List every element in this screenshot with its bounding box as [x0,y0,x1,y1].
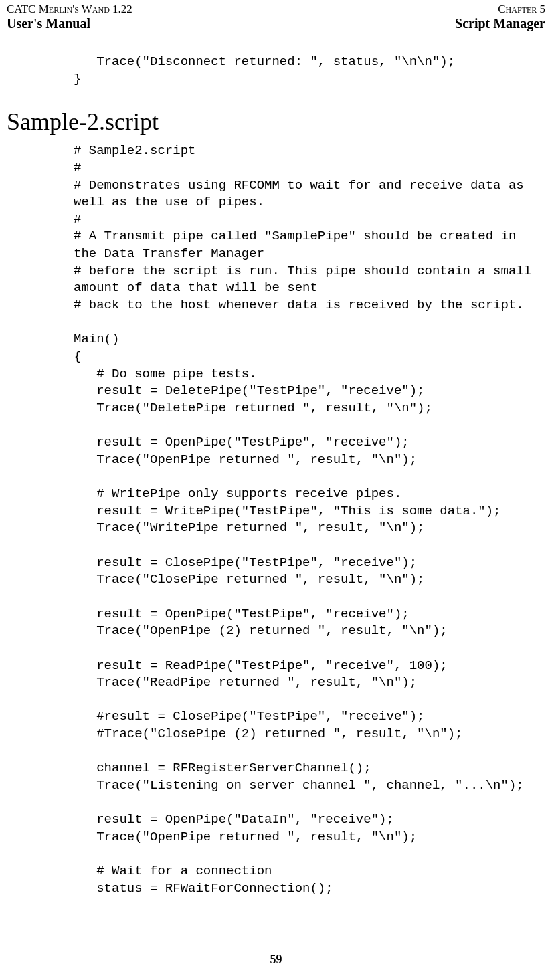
header-bottom-right: Script Manager [455,16,545,31]
section-heading: Sample-2.script [7,108,552,136]
code-main: # Sample2.script # # Demonstrates using … [74,142,545,897]
page-header: CATC Merlin's Wand 1.22 Chapter 5 User's… [0,0,552,31]
content: Trace("Disconnect returned: ", status, "… [0,33,552,897]
code-top: Trace("Disconnect returned: ", status, "… [74,54,545,88]
page: CATC Merlin's Wand 1.22 Chapter 5 User's… [0,0,552,980]
page-number: 59 [0,953,552,967]
header-top-right: Chapter 5 [498,3,545,16]
header-line-2: User's Manual Script Manager [7,16,545,31]
header-top-left: CATC Merlin's Wand 1.22 [7,3,132,16]
header-line-1: CATC Merlin's Wand 1.22 Chapter 5 [7,3,545,16]
header-bottom-left: User's Manual [7,16,90,31]
